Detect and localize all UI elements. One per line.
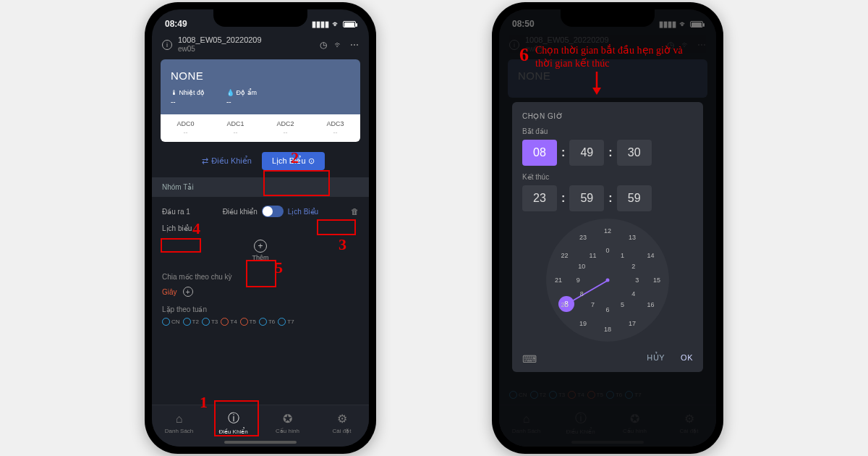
tab-dieu-khien[interactable]: ⇄ Điều Khiển — [196, 152, 258, 170]
section-nhom-tai: Nhóm Tải — [152, 177, 369, 197]
adc3: ADC3-- — [310, 120, 360, 136]
signal-icon: ▮▮▮▮ — [312, 20, 329, 29]
toggle-switch[interactable] — [262, 206, 284, 217]
gear-icon: ⚙ — [337, 412, 347, 426]
phone-right: 08:50 ▮▮▮▮ ᯤ i 1008_EW05_20220209 ew05 ◷… — [492, 2, 723, 454]
nav-cai-dat[interactable]: ⚙Cài đặt — [315, 405, 369, 441]
annotation-6-text: Chọn thời gian bắt đầu hẹn giờ và thời g… — [535, 44, 687, 70]
home-icon: ⌂ — [176, 413, 183, 426]
day-t7[interactable]: T7 — [278, 318, 294, 326]
clock-icon[interactable]: ◷ — [320, 40, 327, 50]
nav-cau-hinh[interactable]: ✪Cấu hình — [260, 405, 315, 441]
days-row: CN T2 T3 T4 T5 T6 T7 — [152, 316, 369, 327]
home-indicator — [224, 441, 297, 444]
screen-right: 08:50 ▮▮▮▮ ᯤ i 1008_EW05_20220209 ew05 ◷… — [499, 9, 716, 447]
clock-face[interactable]: 8 12 13 14 15 16 17 18 19 20 21 22 23 0 … — [546, 219, 669, 342]
device-name: 1008_EW05_20220209 ew05 — [178, 35, 314, 54]
metric-temperature: 🌡 Nhiệt độ -- — [171, 89, 205, 106]
card-title: NONE — [171, 69, 350, 82]
start-second[interactable]: 30 — [617, 140, 652, 166]
info-icon[interactable]: i — [162, 40, 172, 50]
status-time: 08:49 — [165, 19, 187, 29]
sub-label-lich-bieu: Lịch biểu — [152, 221, 369, 235]
row-giay: Giây + — [152, 284, 369, 300]
modal-title: CHỌN GIỜ — [522, 112, 693, 120]
end-time-row: 23 : 59 : 59 — [522, 185, 693, 211]
end-minute[interactable]: 59 — [569, 185, 604, 211]
sensor-card: NONE 🌡 Nhiệt độ -- 💧 Độ ẩm -- ADC0-- ADC… — [161, 59, 360, 142]
cancel-button[interactable]: HỦY — [647, 353, 665, 365]
day-t2[interactable]: T2 — [183, 318, 199, 326]
bottom-nav: ⌂Danh Sách ⓘĐiều Khiển ✪Cấu hình ⚙Cài đặ… — [152, 405, 369, 447]
day-t6[interactable]: T6 — [259, 318, 275, 326]
adc2: ADC2-- — [260, 120, 310, 136]
trash-icon[interactable]: 🗑 — [351, 207, 359, 216]
day-t5[interactable]: T5 — [240, 318, 256, 326]
day-cn[interactable]: CN — [162, 318, 180, 326]
modal-actions: ⌨ HỦY OK — [522, 349, 693, 365]
screen-left: 08:49 ▮▮▮▮ ᯤ i 1008_EW05_20220209 ew05 ◷… — [152, 9, 369, 447]
nav-dieu-khien[interactable]: ⓘĐiều Khiển — [206, 405, 260, 441]
adc-row: ADC0-- ADC1-- ADC2-- ADC3-- — [161, 114, 360, 142]
status-icons: ▮▮▮▮ ᯤ — [312, 20, 356, 29]
end-label: Kết thúc — [522, 173, 693, 181]
sensor-card-top: NONE 🌡 Nhiệt độ -- 💧 Độ ẩm -- — [161, 59, 360, 114]
end-second[interactable]: 59 — [617, 185, 652, 211]
phone-left: 08:49 ▮▮▮▮ ᯤ i 1008_EW05_20220209 ew05 ◷… — [145, 2, 376, 454]
plus-icon[interactable]: + — [183, 287, 193, 297]
output-name: Đầu ra 1 — [162, 208, 190, 216]
label-chu-ky: Chia mốc theo chu kỳ — [152, 266, 369, 284]
day-t4[interactable]: T4 — [221, 318, 237, 326]
more-icon[interactable]: ⋯ — [350, 40, 359, 50]
add-icon[interactable]: + — [254, 240, 267, 253]
wifi-small-icon[interactable]: ᯤ — [334, 40, 343, 50]
tab-lich-bieu[interactable]: Lịch Biểu ⊙ — [262, 152, 325, 170]
start-minute[interactable]: 49 — [569, 140, 604, 166]
ok-button[interactable]: OK — [681, 353, 693, 365]
start-time-row: 08 : 49 : 30 — [522, 140, 693, 166]
tool-icon: ✪ — [283, 412, 292, 426]
notch — [213, 9, 307, 27]
time-picker-modal: CHỌN GIỜ Bắt đầu 08 : 49 : 30 Kết thúc 2… — [512, 102, 703, 372]
day-t3[interactable]: T3 — [202, 318, 218, 326]
mode-tabs: ⇄ Điều Khiển Lịch Biểu ⊙ — [152, 142, 369, 177]
info-nav-icon: ⓘ — [228, 411, 239, 426]
adc1: ADC1-- — [210, 120, 260, 136]
mode-label: Điều khiển — [223, 208, 258, 216]
adc0: ADC0-- — [161, 120, 210, 136]
svg-marker-1 — [592, 88, 601, 95]
device-header: i 1008_EW05_20220209 ew05 ◷ ᯤ ⋯ — [152, 33, 369, 59]
end-hour[interactable]: 23 — [522, 185, 557, 211]
annotation-6-arrow — [586, 70, 608, 96]
metric-humidity: 💧 Độ ẩm -- — [226, 89, 257, 106]
link-lich-bieu[interactable]: Lịch Biểu — [288, 208, 318, 216]
battery-icon — [343, 21, 356, 28]
wifi-icon: ᯤ — [332, 20, 340, 28]
label-week: Lặp theo tuần — [152, 300, 369, 316]
start-hour[interactable]: 08 — [522, 140, 557, 166]
keyboard-icon[interactable]: ⌨ — [522, 353, 537, 365]
output-row-1: Đầu ra 1 Điều khiển Lịch Biểu 🗑 — [152, 201, 369, 221]
add-label: Thêm — [152, 254, 369, 261]
header-action-icons: ◷ ᯤ ⋯ — [320, 40, 359, 50]
label-giay[interactable]: Giây — [162, 288, 177, 296]
start-label: Bắt đầu — [522, 127, 693, 135]
add-block[interactable]: + Thêm — [152, 235, 369, 266]
nav-danh-sach[interactable]: ⌂Danh Sách — [152, 405, 206, 441]
